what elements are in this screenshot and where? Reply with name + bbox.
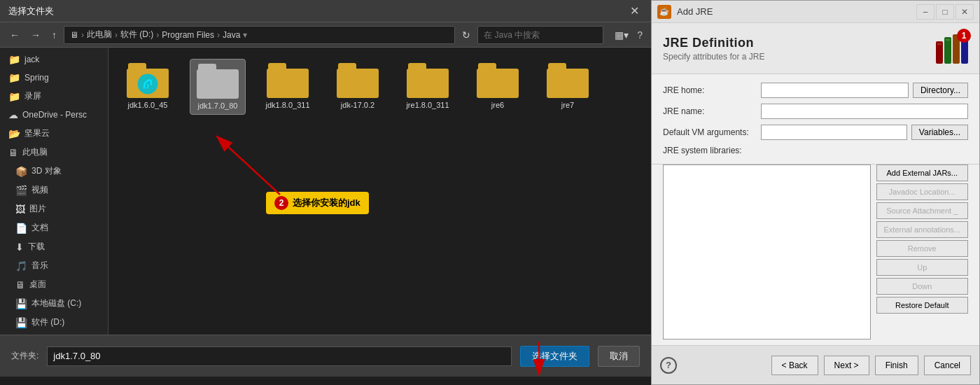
folder-icon	[477, 63, 519, 98]
file-name: jre1.8.0_311	[406, 101, 449, 109]
back-button[interactable]: ←	[6, 27, 24, 43]
path-bar: 🖥 › 此电脑 › 软件 (D:) › Program Files › Java…	[64, 26, 455, 44]
remove-button[interactable]: Remove	[876, 240, 968, 257]
jre-name-input[interactable]	[761, 104, 968, 119]
source-attachment-button[interactable]: Source Attachment _	[876, 202, 968, 219]
external-annotations-button[interactable]: External annotations...	[876, 221, 968, 238]
list-item[interactable]: jdk1.7.0_80	[190, 59, 246, 115]
list-item[interactable]: jdk-17.0.2	[330, 59, 386, 115]
file-dialog: 选择文件夹 ✕ ← → ↑ 🖥 › 此电脑 › 软件 (D:) › Progra…	[0, 0, 651, 385]
help-icon[interactable]: ?	[634, 28, 645, 42]
sidebar-item-pc[interactable]: 🖥 此电脑	[0, 143, 108, 162]
file-name: jre7	[561, 101, 574, 109]
sidebar-label: 坚果云	[24, 127, 50, 139]
file-area: jdk1.6.0_45 jdk1.7.0_80 jdk1.8.0_311	[108, 48, 651, 335]
sidebar-label: 软件 (D:)	[31, 316, 64, 328]
sidebar-item-docs[interactable]: 📄 文档	[0, 218, 108, 237]
sidebar-item-downloads[interactable]: ⬇ 下载	[0, 237, 108, 256]
forward-button[interactable]: →	[27, 27, 45, 43]
restore-default-button[interactable]: Restore Default	[876, 297, 968, 314]
next-button[interactable]: Next >	[824, 356, 869, 375]
svg-rect-4	[944, 37, 951, 64]
folder-icon	[337, 63, 379, 98]
path-part-2: Program Files	[162, 30, 214, 40]
sidebar-item-drive-c[interactable]: 💾 本地磁盘 (C:)	[0, 294, 108, 313]
list-item[interactable]: jre6	[470, 59, 526, 115]
dialog-titlebar: 选择文件夹 ✕	[0, 0, 651, 22]
svg-rect-3	[936, 41, 943, 64]
up-button[interactable]: ↑	[48, 27, 61, 43]
sidebar-item-music[interactable]: 🎵 音乐	[0, 256, 108, 275]
sidebar-item-jack[interactable]: 📁 jack	[0, 50, 108, 69]
list-item[interactable]: jdk1.8.0_311	[260, 59, 316, 115]
up-button[interactable]: Up	[876, 259, 968, 276]
folder-icon	[267, 63, 309, 98]
folder-icon: 📁	[8, 72, 20, 83]
doc-icon: 📄	[15, 223, 27, 234]
path-part-1: 软件 (D:)	[120, 29, 153, 41]
maximize-button[interactable]: □	[936, 4, 954, 20]
add-external-jars-button[interactable]: Add External JARs...	[876, 164, 968, 181]
sidebar-item-jianguoyun[interactable]: 📂 坚果云	[0, 124, 108, 143]
search-input[interactable]	[477, 26, 603, 44]
video-icon: 🎬	[15, 185, 27, 196]
jre-name-label: JRE name:	[663, 106, 761, 116]
help-button[interactable]: ?	[660, 357, 677, 374]
refresh-button[interactable]: ↻	[458, 27, 475, 43]
sidebar-item-desktop[interactable]: 🖥 桌面	[0, 275, 108, 294]
vm-args-input[interactable]	[761, 125, 907, 140]
minimize-button[interactable]: –	[916, 4, 934, 20]
file-name: jre6	[491, 101, 504, 109]
annotation-circle-2: 2	[274, 196, 288, 210]
sidebar-label: 3D 对象	[31, 165, 62, 177]
close-button[interactable]: ✕	[955, 4, 974, 20]
jre-form: JRE home: Directory... JRE name: Default…	[652, 74, 979, 164]
jre-titlebar-buttons: – □ ✕	[916, 4, 974, 20]
sidebar-item-3d[interactable]: 📦 3D 对象	[0, 162, 108, 181]
jre-home-input[interactable]	[761, 83, 909, 98]
select-folder-button[interactable]: 选择文件夹	[520, 346, 589, 367]
music-icon: 🎵	[15, 260, 27, 272]
path-computer-icon: 🖥	[70, 30, 78, 40]
sidebar-item-onedrive[interactable]: ☁ OneDrive - Persc	[0, 106, 108, 124]
sidebar-item-pictures[interactable]: 🖼 图片	[0, 200, 108, 218]
system-libs-label: JRE system libraries:	[663, 146, 761, 155]
drive-icon: 💾	[15, 298, 27, 309]
sidebar-item-spring[interactable]: 📁 Spring	[0, 69, 108, 87]
sidebar-item-drive-d[interactable]: 💾 软件 (D:)	[0, 313, 108, 332]
path-dropdown-icon: ▾	[243, 30, 247, 40]
close-button[interactable]: ✕	[626, 3, 643, 20]
list-item[interactable]: jre7	[540, 59, 596, 115]
javadoc-location-button[interactable]: Javadoc Location...	[876, 183, 968, 200]
path-part-3: Java	[223, 30, 240, 40]
view-options: ▦▾ ?	[612, 28, 645, 42]
view-options-btn[interactable]: ▦▾	[612, 28, 631, 42]
jre-dialog: ☕ Add JRE – □ ✕ JRE Definition Specify a…	[651, 0, 980, 385]
list-item[interactable]: jre1.8.0_311	[400, 59, 456, 115]
filename-input[interactable]	[47, 346, 512, 366]
sidebar-item-videos[interactable]: 🎬 视频	[0, 181, 108, 200]
cancel-button[interactable]: 取消	[598, 346, 640, 367]
sidebar-item-record[interactable]: 📁 录屏	[0, 87, 108, 106]
jre-definition-subtitle: Specify attributes for a JRE	[663, 52, 764, 62]
libraries-list[interactable]	[663, 164, 871, 340]
jre-content: JRE Definition Specify attributes for a …	[652, 23, 979, 345]
jre-dialog-title: Add JRE	[677, 6, 713, 17]
dialog-bottom: 文件夹: 选择文件夹 取消	[0, 335, 651, 377]
dialog-content: 📁 jack 📁 Spring 📁 录屏 ☁ OneDrive - Persc …	[0, 48, 651, 335]
path-part-0: 此电脑	[87, 29, 112, 41]
cancel-button[interactable]: Cancel	[924, 356, 971, 375]
list-item[interactable]: jdk1.6.0_45	[120, 59, 176, 115]
jre-name-row: JRE name:	[663, 104, 968, 119]
directory-button[interactable]: Directory...	[913, 83, 968, 98]
jre-bottom-bar: ? < Back Next > Finish Cancel	[652, 345, 979, 384]
finish-button[interactable]: Finish	[875, 356, 918, 375]
file-name: jdk1.6.0_45	[128, 101, 168, 109]
folder-icon	[547, 63, 589, 98]
back-button[interactable]: < Back	[771, 356, 818, 375]
down-button[interactable]: Down	[876, 278, 968, 295]
variables-button[interactable]: Variables...	[911, 125, 968, 140]
sidebar-label: 音乐	[31, 260, 48, 272]
vm-args-label: Default VM arguments:	[663, 127, 761, 137]
sidebar-label: 桌面	[29, 279, 46, 290]
